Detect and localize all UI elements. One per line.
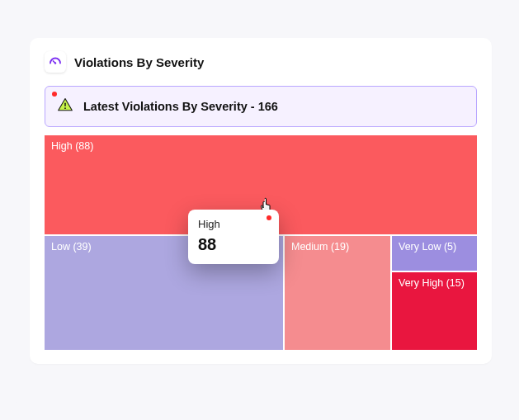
summary-bar[interactable]: Latest Violations By Severity - 166	[45, 86, 477, 127]
violations-card: Violations By Severity Latest Violations…	[30, 38, 492, 364]
treemap-tile-very-low[interactable]: Very Low (5)	[392, 236, 477, 271]
card-title: Violations By Severity	[74, 55, 204, 69]
svg-line-1	[53, 61, 55, 64]
live-dot-icon	[52, 92, 57, 97]
tooltip-label: High	[198, 218, 269, 230]
warning-icon	[57, 97, 73, 116]
page-container: Violations By Severity Latest Violations…	[13, 13, 506, 407]
tile-label: Medium (19)	[291, 241, 349, 252]
svg-point-3	[64, 107, 66, 109]
live-dot-icon	[267, 215, 271, 220]
tile-label: Low (39)	[51, 241, 92, 252]
tooltip-value: 88	[198, 235, 269, 254]
treemap-tile-medium[interactable]: Medium (19)	[285, 236, 390, 350]
card-header: Violations By Severity	[45, 51, 477, 73]
tile-label: High (88)	[51, 140, 93, 152]
gauge-icon	[45, 51, 66, 73]
tile-label: Very High (15)	[399, 277, 465, 289]
chart-tooltip: High 88	[188, 210, 279, 264]
summary-label: Latest Violations By Severity - 166	[83, 100, 278, 113]
treemap-tile-very-high[interactable]: Very High (15)	[392, 272, 477, 350]
tile-label: Very Low (5)	[399, 241, 456, 252]
svg-rect-2	[64, 103, 66, 107]
